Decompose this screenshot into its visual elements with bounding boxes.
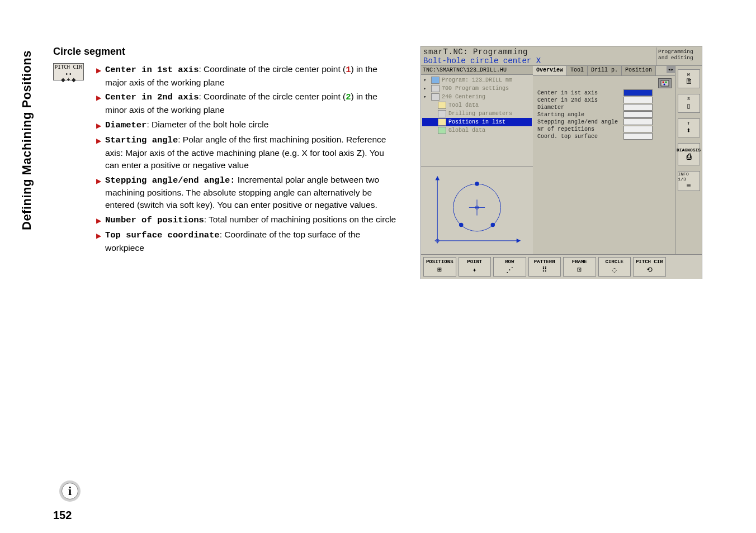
form-row: Center in 2nd axis xyxy=(537,97,670,103)
right-button[interactable]: T⬍ xyxy=(678,118,700,137)
button-label: T xyxy=(687,121,690,126)
tree-node-icon xyxy=(431,77,440,84)
softkey-label: ROW xyxy=(505,259,514,265)
tree-node-icon xyxy=(431,85,440,92)
form-row: Nr of repetitions xyxy=(537,126,670,132)
cnc-subtitle: Bolt-hole circle center X xyxy=(423,56,541,65)
tree-row[interactable]: Global data xyxy=(422,126,532,135)
softkey-icon: ⠿ xyxy=(542,265,547,274)
bullet-item: ▶Starting angle: Polar angle of the firs… xyxy=(96,134,400,171)
right-button[interactable]: INFO 1/3≡ xyxy=(678,171,700,191)
button-icon: ⬍ xyxy=(686,126,691,135)
softkey-row[interactable]: ROW⋰ xyxy=(493,257,526,277)
main-content: Circle segment PITCH CIR • •◆ + ◆ ▶Cente… xyxy=(53,46,400,256)
form-input[interactable] xyxy=(623,111,653,118)
triangle-icon: ▶ xyxy=(96,177,101,186)
form-input[interactable] xyxy=(623,133,653,140)
cnc-title: smarT.NC: Programming xyxy=(423,47,541,56)
softkey-icon: ⊡ xyxy=(577,265,582,274)
form-input[interactable] xyxy=(623,118,653,125)
svg-point-15 xyxy=(664,84,665,85)
tree-label: Positions in list xyxy=(448,119,505,125)
softkey-icon: ⟲ xyxy=(646,265,653,274)
right-button[interactable]: M🗎 xyxy=(678,69,700,88)
tree-label: Tool data xyxy=(448,102,479,108)
softkey-icon: ✦ xyxy=(472,265,477,274)
tree-label: Global data xyxy=(448,127,485,134)
right-button[interactable]: DIAGNOSIS⎙ xyxy=(678,143,700,165)
tree-node-icon xyxy=(438,127,446,134)
form-input[interactable] xyxy=(623,89,653,96)
button-label: S xyxy=(687,96,690,101)
svg-point-13 xyxy=(663,82,664,83)
button-icon: ▯ xyxy=(686,101,691,111)
side-heading: Defining Machining Positions xyxy=(20,50,34,230)
bullet-text: Starting angle: Polar angle of the first… xyxy=(105,134,400,171)
preview-graphic xyxy=(421,167,533,254)
tree-row[interactable]: Tool data xyxy=(422,101,532,110)
button-label: INFO 1/3 xyxy=(678,172,700,182)
tree-row[interactable]: ▸700 Program settings xyxy=(422,84,532,93)
tab-drill-p-[interactable]: Drill p. xyxy=(588,66,622,75)
form-input[interactable] xyxy=(623,126,653,132)
bullet-text: Diameter: Diameter of the bolt hole circ… xyxy=(105,118,400,132)
softkey-label: PITCH CIR xyxy=(636,259,663,265)
triangle-icon: ▶ xyxy=(96,66,101,75)
form-input[interactable] xyxy=(623,104,653,111)
right-button[interactable]: S▯ xyxy=(678,94,700,113)
softkey-point[interactable]: POINT✦ xyxy=(459,257,492,277)
form-label: Starting angle xyxy=(537,112,621,118)
tree-node-icon xyxy=(438,118,446,126)
tree-row[interactable]: ▾Program: 123_DRILL mm xyxy=(422,76,532,84)
bullet-text: Stepping angle/end angle: Incremental po… xyxy=(105,174,400,211)
softkey-pitch-cir: PITCH CIR • •◆ + ◆ xyxy=(53,63,84,80)
bullet-item: ▶Diameter: Diameter of the bolt hole cir… xyxy=(96,118,400,132)
softkey-circle[interactable]: CIRCLE◌ xyxy=(598,257,631,277)
cnc-header: smarT.NC: Programming Bolt-hole circle c… xyxy=(421,46,702,65)
tab-scroll-icon[interactable]: ◂▸ xyxy=(667,66,675,73)
tree-node-icon xyxy=(431,93,440,101)
svg-marker-3 xyxy=(517,239,521,243)
softkey-label: CIRCLE xyxy=(606,259,623,265)
form-input[interactable] xyxy=(623,97,653,103)
tree-row[interactable]: Drilling parameters xyxy=(422,110,532,118)
form-pane: Center in 1st axisCenter in 2nd axisDiam… xyxy=(533,76,675,254)
page-number: 152 xyxy=(53,509,72,522)
softkey-positions[interactable]: POSITIONS⊞ xyxy=(423,257,456,277)
form-label: Diameter xyxy=(537,104,621,111)
expand-icon[interactable]: ▾ xyxy=(423,77,429,83)
cnc-form-column: OverviewToolDrill p.Position◂▸ Center in… xyxy=(533,66,675,254)
tab-row: OverviewToolDrill p.Position◂▸ xyxy=(533,66,675,76)
program-tree[interactable]: ▾Program: 123_DRILL mm▸700 Program setti… xyxy=(421,75,533,167)
softkey-pattern[interactable]: PATTERN⠿ xyxy=(528,257,561,277)
tree-row[interactable]: Positions in list xyxy=(422,118,532,126)
softkey-label: PITCH CIR xyxy=(54,64,83,70)
bullet-list: ▶Center in 1st axis: Coordinate of the c… xyxy=(96,63,400,256)
info-icon: i xyxy=(62,483,78,499)
svg-marker-1 xyxy=(436,176,440,180)
expand-icon[interactable]: ▾ xyxy=(423,94,429,100)
bullet-item: ▶Top surface coordinate: Coordinate of t… xyxy=(96,229,400,254)
softkey-empty xyxy=(668,257,700,277)
form-label: Stepping angle/end angle xyxy=(537,119,621,125)
triangle-icon: ▶ xyxy=(96,93,101,103)
bullet-text: Top surface coordinate: Coordinate of th… xyxy=(105,229,400,254)
pitch-cir-icon: • •◆ + ◆ xyxy=(54,72,83,83)
form-label: Nr of repetitions xyxy=(537,126,621,132)
form-row: Coord. top surface xyxy=(537,133,670,140)
palette-button[interactable] xyxy=(658,78,672,88)
softkey-pitch-cir[interactable]: PITCH CIR⟲ xyxy=(633,257,666,277)
tab-overview[interactable]: Overview xyxy=(533,66,567,75)
triangle-icon: ▶ xyxy=(96,121,101,131)
softkey-label: PATTERN xyxy=(534,259,555,265)
bullet-text: Number of positions: Total number of mac… xyxy=(105,213,400,227)
tab-tool[interactable]: Tool xyxy=(567,66,588,75)
svg-rect-12 xyxy=(661,80,669,86)
expand-icon[interactable]: ▸ xyxy=(423,85,429,92)
button-label: DIAGNOSIS xyxy=(677,147,701,153)
tab-position[interactable]: Position xyxy=(622,66,656,75)
tree-label: Drilling parameters xyxy=(448,111,512,117)
softkey-frame[interactable]: FRAME⊡ xyxy=(563,257,596,277)
svg-point-10 xyxy=(491,223,495,227)
tree-row[interactable]: ▾240 Centering xyxy=(422,93,532,101)
